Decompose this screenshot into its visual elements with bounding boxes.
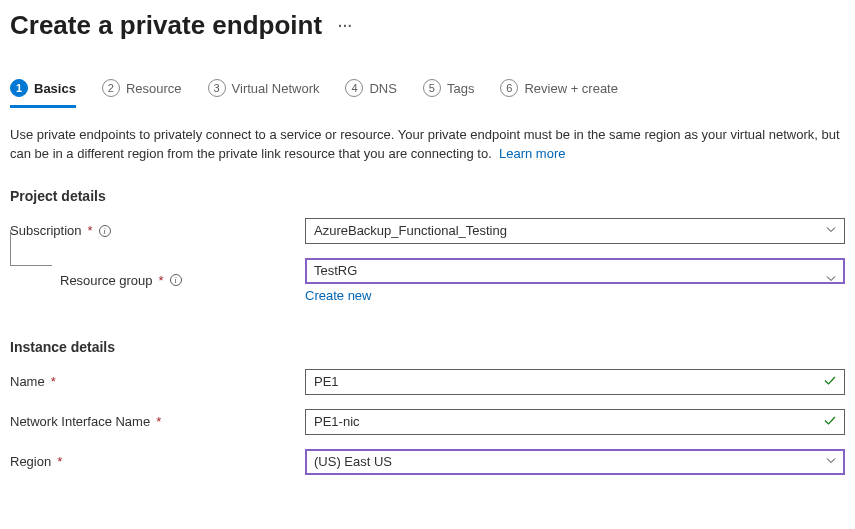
info-icon[interactable]: i [99, 225, 111, 237]
step-badge: 5 [423, 79, 441, 97]
create-new-link[interactable]: Create new [305, 288, 845, 303]
region-label: Region [10, 454, 51, 469]
learn-more-link[interactable]: Learn more [499, 146, 565, 161]
tab-review-create[interactable]: 6 Review + create [500, 79, 618, 108]
region-value: (US) East US [314, 454, 392, 469]
required-indicator: * [51, 374, 56, 389]
tab-label: Virtual Network [232, 81, 320, 96]
step-badge: 1 [10, 79, 28, 97]
more-icon[interactable]: ··· [338, 18, 353, 34]
name-input[interactable]: PE1 [305, 369, 845, 395]
tab-label: Tags [447, 81, 474, 96]
nic-name-value: PE1-nic [314, 414, 360, 429]
step-badge: 4 [345, 79, 363, 97]
info-icon[interactable]: i [170, 274, 182, 286]
tab-label: Basics [34, 81, 76, 96]
project-details-heading: Project details [10, 188, 845, 204]
region-select[interactable]: (US) East US [305, 449, 845, 475]
name-label: Name [10, 374, 45, 389]
tab-label: Review + create [524, 81, 618, 96]
nic-name-input[interactable]: PE1-nic [305, 409, 845, 435]
resource-group-label: Resource group [60, 273, 153, 288]
step-badge: 3 [208, 79, 226, 97]
instance-details-heading: Instance details [10, 339, 845, 355]
tab-label: DNS [369, 81, 396, 96]
indent-connector [10, 230, 52, 266]
description-text: Use private endpoints to privately conne… [10, 126, 840, 164]
subscription-select[interactable]: AzureBackup_Functional_Testing [305, 218, 845, 244]
tab-virtual-network[interactable]: 3 Virtual Network [208, 79, 320, 108]
subscription-value: AzureBackup_Functional_Testing [314, 223, 507, 238]
required-indicator: * [156, 414, 161, 429]
nic-name-label: Network Interface Name [10, 414, 150, 429]
resource-group-select[interactable]: TestRG [305, 258, 845, 284]
page-title: Create a private endpoint [10, 10, 322, 41]
tab-dns[interactable]: 4 DNS [345, 79, 396, 108]
name-value: PE1 [314, 374, 339, 389]
wizard-tabs: 1 Basics 2 Resource 3 Virtual Network 4 … [10, 79, 845, 108]
step-badge: 2 [102, 79, 120, 97]
step-badge: 6 [500, 79, 518, 97]
tab-tags[interactable]: 5 Tags [423, 79, 474, 108]
tab-basics[interactable]: 1 Basics [10, 79, 76, 108]
description-body: Use private endpoints to privately conne… [10, 127, 840, 161]
resource-group-value: TestRG [314, 263, 357, 278]
required-indicator: * [159, 273, 164, 288]
tab-resource[interactable]: 2 Resource [102, 79, 182, 108]
required-indicator: * [88, 223, 93, 238]
tab-label: Resource [126, 81, 182, 96]
required-indicator: * [57, 454, 62, 469]
